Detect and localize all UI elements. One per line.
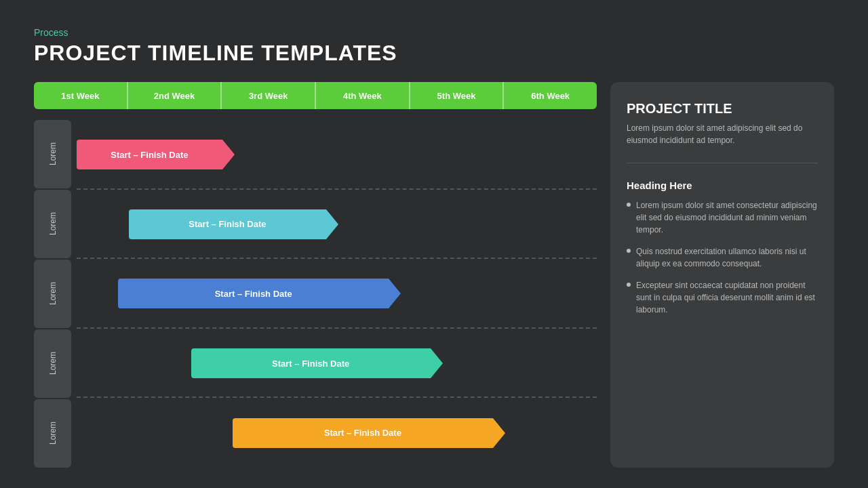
- panel-description: Lorem ipsum dolor sit amet adipiscing el…: [627, 122, 818, 146]
- bar-5: Start – Finish Date: [233, 418, 493, 448]
- bullet-dot-1: [627, 203, 631, 207]
- right-panel: PROJECT TITLE Lorem ipsum dolor sit amet…: [610, 82, 834, 468]
- row-label-4: Lorem: [34, 329, 71, 398]
- week-header: 1st Week 2nd Week 3rd Week 4th Week 5th …: [34, 82, 597, 109]
- gantt-row-2: Start – Finish Date: [77, 190, 597, 260]
- panel-top: PROJECT TITLE Lorem ipsum dolor sit amet…: [627, 101, 818, 146]
- page: Process PROJECT TIMELINE TEMPLATES 1st W…: [0, 0, 868, 488]
- week-cell-5: 5th Week: [410, 82, 505, 109]
- panel-divider: [627, 163, 818, 163]
- bar-2: Start – Finish Date: [129, 209, 326, 239]
- bar-3: Start – Finish Date: [118, 279, 389, 308]
- bullet-text-1: Lorem ipsum dolor sit amet consectetur a…: [636, 199, 818, 236]
- week-cell-2: 2nd Week: [128, 82, 222, 109]
- bullet-text-3: Excepteur sint occaecat cupidatat non pr…: [636, 279, 818, 316]
- gantt-section: 1st Week 2nd Week 3rd Week 4th Week 5th …: [34, 82, 597, 468]
- bullet-item-3: Excepteur sint occaecat cupidatat non pr…: [627, 279, 818, 316]
- process-label: Process: [34, 27, 834, 38]
- week-cell-4: 4th Week: [316, 82, 410, 109]
- gantt-rows: Lorem Lorem Lorem Lorem Lorem: [34, 120, 597, 468]
- row-label-2: Lorem: [34, 190, 71, 258]
- gantt-row-4: Start – Finish Date: [77, 329, 597, 399]
- bar-1: Start – Finish Date: [77, 140, 222, 169]
- header: Process PROJECT TIMELINE TEMPLATES: [34, 27, 834, 66]
- page-title: PROJECT TIMELINE TEMPLATES: [34, 41, 834, 66]
- week-cell-3: 3rd Week: [222, 82, 316, 109]
- bullet-dot-2: [627, 249, 631, 253]
- row-labels: Lorem Lorem Lorem Lorem Lorem: [34, 120, 71, 468]
- bullet-list: Lorem ipsum dolor sit amet consectetur a…: [627, 199, 818, 316]
- panel-body: Heading Here Lorem ipsum dolor sit amet …: [627, 180, 818, 316]
- gantt-row-3: Start – Finish Date: [77, 259, 597, 329]
- bar-4: Start – Finish Date: [191, 348, 431, 378]
- week-cell-1: 1st Week: [34, 82, 128, 109]
- panel-heading: Heading Here: [627, 180, 818, 191]
- panel-title: PROJECT TITLE: [627, 101, 818, 117]
- gantt-bars-area: Start – Finish Date Start – Finish Date …: [77, 120, 597, 468]
- bullet-item-2: Quis nostrud exercitation ullamco labori…: [627, 245, 818, 270]
- row-label-1: Lorem: [34, 120, 71, 188]
- row-label-3: Lorem: [34, 260, 71, 328]
- gantt-row-5: Start – Finish Date: [77, 398, 597, 468]
- gantt-row-1: Start – Finish Date: [77, 120, 597, 190]
- bullet-item-1: Lorem ipsum dolor sit amet consectetur a…: [627, 199, 818, 236]
- bullet-dot-3: [627, 283, 631, 287]
- week-cell-6: 6th Week: [504, 82, 597, 109]
- row-label-5: Lorem: [34, 399, 71, 468]
- main-content: 1st Week 2nd Week 3rd Week 4th Week 5th …: [34, 82, 834, 468]
- bullet-text-2: Quis nostrud exercitation ullamco labori…: [636, 245, 818, 270]
